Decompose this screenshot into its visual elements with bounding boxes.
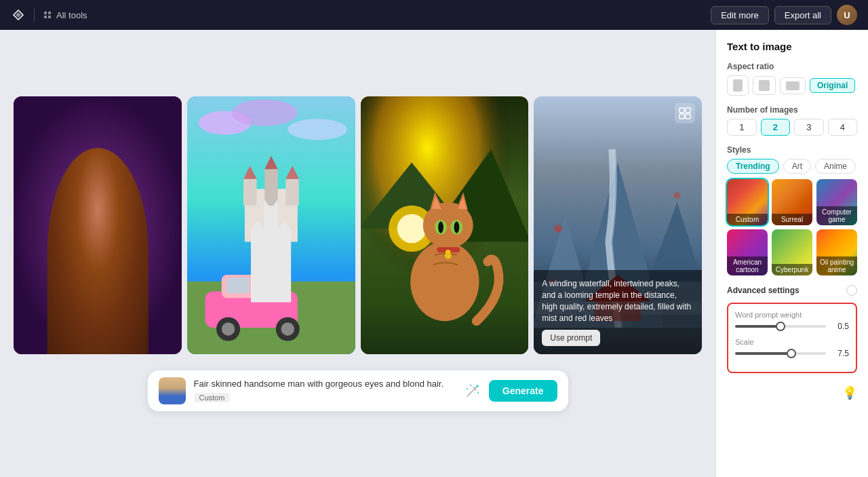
edit-more-button[interactable]: Edit more <box>711 6 769 24</box>
style-cyberpunk-label: Cyberpunk <box>772 264 812 275</box>
advanced-settings-label: Advanced settings <box>727 286 800 295</box>
styles-label: Styles <box>727 145 857 155</box>
svg-rect-0 <box>14 96 182 354</box>
aspect-square-button[interactable] <box>753 76 776 95</box>
svg-rect-22 <box>226 277 249 292</box>
prompt-avatar <box>159 377 186 404</box>
num-2-button[interactable]: 2 <box>761 119 791 136</box>
svg-point-7 <box>288 119 347 140</box>
scale-fill <box>735 352 791 355</box>
advanced-header: Advanced settings <box>727 285 857 296</box>
scale-thumb[interactable] <box>787 349 796 358</box>
svg-point-59 <box>476 385 478 387</box>
app-logo[interactable] <box>11 7 26 22</box>
style-custom[interactable]: Custom <box>727 179 768 225</box>
aspect-square-icon <box>759 80 770 91</box>
style-surreal-label: Surreal <box>772 214 812 225</box>
svg-point-21 <box>281 322 294 335</box>
aspect-ratio-section: Aspect ratio Original <box>727 62 857 96</box>
image-card-1[interactable] <box>14 96 182 354</box>
svg-point-61 <box>467 388 468 389</box>
generate-button[interactable]: Generate <box>489 380 557 402</box>
style-oil-label: Oil painting anime <box>816 256 857 275</box>
topbar: All tools Edit more Export all U <box>0 0 868 30</box>
num-4-button[interactable]: 4 <box>828 119 858 136</box>
svg-rect-57 <box>679 114 684 119</box>
user-avatar[interactable]: U <box>837 5 857 25</box>
prompt-tag: Custom <box>194 393 231 402</box>
content-area: A winding waterfall, intertwined peaks, … <box>0 30 715 477</box>
num-1-button[interactable]: 1 <box>727 119 757 136</box>
all-tools-button[interactable]: All tools <box>43 10 87 20</box>
panel-title: Text to image <box>727 41 857 52</box>
word-prompt-weight-row: 0.5 <box>735 322 849 331</box>
word-prompt-weight-group: Word prompt weight 0.5 <box>735 311 849 331</box>
num-images-section: Number of images 1 2 3 4 <box>727 105 857 136</box>
num-images-group: 1 2 3 4 <box>727 119 857 136</box>
scale-group: Scale 7.5 <box>735 338 849 358</box>
svg-point-62 <box>477 392 479 394</box>
scale-row: 7.5 <box>735 349 849 358</box>
export-all-button[interactable]: Export all <box>774 6 831 24</box>
svg-point-39 <box>454 221 459 233</box>
style-american-cartoon[interactable]: American cartoon <box>727 229 768 275</box>
style-tab-trending[interactable]: Trending <box>727 159 779 174</box>
right-panel: Text to image Aspect ratio Original Numb… <box>715 30 868 477</box>
prompt-actions: Generate <box>462 380 557 402</box>
style-american-label: American cartoon <box>727 256 768 275</box>
image-card-2[interactable] <box>187 96 355 354</box>
word-prompt-weight-label: Word prompt weight <box>735 311 849 319</box>
styles-tabs: Trending Art Anime <box>727 159 857 174</box>
aspect-ratio-group: Original <box>727 75 857 96</box>
style-cyberpunk[interactable]: Cyberpunk <box>772 229 812 275</box>
svg-rect-23 <box>253 277 276 292</box>
aspect-landscape-button[interactable] <box>780 77 806 94</box>
scale-track[interactable] <box>735 352 826 355</box>
aspect-portrait-button[interactable] <box>727 75 749 96</box>
prompt-bar: Fair skinned handsome man with gorgeous … <box>148 370 568 411</box>
style-tab-anime[interactable]: Anime <box>815 159 856 174</box>
styles-section: Styles Trending Art Anime Custom Surreal… <box>727 145 857 275</box>
scale-value: 7.5 <box>830 349 849 358</box>
bulb-icon[interactable]: 💡 <box>842 385 857 400</box>
image-overlay-4: A winding waterfall, intertwined peaks, … <box>534 270 702 354</box>
svg-point-60 <box>470 385 471 386</box>
style-custom-label: Custom <box>727 214 768 225</box>
aspect-ratio-label: Aspect ratio <box>727 62 857 71</box>
svg-rect-10 <box>285 178 298 205</box>
svg-rect-58 <box>686 114 690 119</box>
num-3-button[interactable]: 3 <box>794 119 824 136</box>
word-prompt-weight-thumb[interactable] <box>776 322 785 331</box>
advanced-toggle[interactable] <box>846 285 857 296</box>
aspect-original-button[interactable]: Original <box>810 78 855 93</box>
use-prompt-button[interactable]: Use prompt <box>542 330 600 346</box>
prompt-text-area: Fair skinned handsome man with gorgeous … <box>194 378 454 403</box>
svg-point-53 <box>674 192 681 199</box>
prompt-text[interactable]: Fair skinned handsome man with gorgeous … <box>194 378 454 390</box>
word-prompt-weight-track[interactable] <box>735 325 826 328</box>
svg-point-6 <box>231 99 297 126</box>
magic-icon[interactable] <box>462 380 484 402</box>
style-surreal[interactable]: Surreal <box>772 179 812 225</box>
num-images-label: Number of images <box>727 105 857 115</box>
svg-point-38 <box>438 221 443 233</box>
style-computer-game[interactable]: Computer game <box>816 179 857 225</box>
svg-point-42 <box>444 252 451 259</box>
svg-rect-56 <box>686 108 690 113</box>
svg-point-2 <box>54 248 83 269</box>
image-card-3[interactable] <box>361 96 529 354</box>
panel-footer: 💡 <box>727 383 857 400</box>
word-prompt-weight-fill <box>735 325 781 328</box>
style-oil-painting[interactable]: Oil painting anime <box>816 229 857 275</box>
image-action-icon-4[interactable] <box>675 103 695 123</box>
svg-point-3 <box>58 253 77 266</box>
aspect-landscape-icon <box>786 81 800 90</box>
word-prompt-weight-value: 0.5 <box>830 322 849 331</box>
main-layout: A winding waterfall, intertwined peaks, … <box>0 30 868 477</box>
style-tab-art[interactable]: Art <box>783 159 811 174</box>
style-grid: Custom Surreal Computer game American ca… <box>727 179 857 275</box>
aspect-portrait-icon <box>733 79 743 92</box>
svg-rect-9 <box>243 178 256 205</box>
svg-rect-55 <box>679 108 684 113</box>
image-card-4[interactable]: A winding waterfall, intertwined peaks, … <box>534 96 702 354</box>
